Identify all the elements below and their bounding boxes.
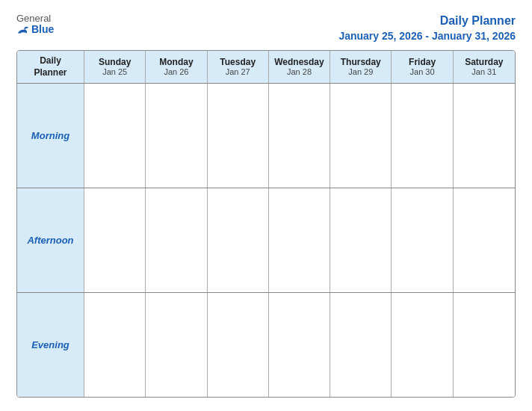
header-day-4-date: Jan 29 (348, 67, 373, 77)
header-day-1: Monday Jan 26 (146, 51, 207, 83)
afternoon-fri[interactable] (392, 188, 453, 292)
header-day-2-name: Tuesday (220, 57, 256, 67)
planner-date-range: January 25, 2026 - January 31, 2026 (338, 29, 516, 43)
evening-wed[interactable] (269, 293, 330, 397)
afternoon-label-cell: Afternoon (17, 188, 84, 292)
page: General Blue Daily Planner January 25, 2… (0, 0, 532, 411)
header-day-2: Tuesday Jan 27 (208, 51, 269, 83)
afternoon-sun[interactable] (84, 188, 146, 292)
morning-label: Morning (31, 130, 69, 141)
evening-tue[interactable] (208, 293, 269, 397)
planner-title: Daily Planner (338, 13, 516, 29)
morning-label-cell: Morning (17, 84, 84, 188)
afternoon-label: Afternoon (27, 235, 73, 246)
header-day-6-date: Jan 31 (471, 67, 496, 77)
calendar-header-row: Daily Planner Sunday Jan 25 Monday Jan 2… (17, 51, 515, 84)
header-day-6-name: Saturday (465, 57, 503, 67)
morning-fri[interactable] (392, 84, 453, 188)
morning-row: Morning (17, 84, 515, 188)
header-day-1-date: Jan 26 (164, 67, 188, 77)
calendar: Daily Planner Sunday Jan 25 Monday Jan 2… (16, 50, 516, 398)
header-day-0: Sunday Jan 25 (84, 51, 146, 83)
afternoon-tue[interactable] (208, 188, 269, 292)
header-day-5-name: Friday (409, 57, 436, 67)
morning-mon[interactable] (146, 84, 207, 188)
header-day-4-name: Thursday (341, 57, 381, 67)
header-day-6: Saturday Jan 31 (454, 51, 515, 83)
header-day-0-name: Sunday (99, 57, 131, 67)
evening-label-cell: Evening (17, 293, 84, 397)
header-day-0-date: Jan 25 (102, 67, 127, 77)
logo-blue-text: Blue (16, 24, 54, 35)
evening-mon[interactable] (146, 293, 207, 397)
afternoon-sat[interactable] (454, 188, 515, 292)
header-day-2-date: Jan 27 (226, 67, 250, 77)
header-label-cell: Daily Planner (17, 51, 84, 83)
logo-general-text: General (16, 13, 51, 24)
evening-fri[interactable] (392, 293, 453, 397)
morning-sat[interactable] (454, 84, 515, 188)
header: General Blue Daily Planner January 25, 2… (16, 13, 516, 43)
morning-thu[interactable] (330, 84, 392, 188)
logo-bird-icon (16, 25, 30, 35)
afternoon-mon[interactable] (146, 188, 207, 292)
header-day-1-name: Monday (159, 57, 193, 67)
header-col0-line2: Planner (34, 67, 66, 79)
logo-area: General Blue (16, 13, 54, 36)
evening-thu[interactable] (330, 293, 392, 397)
morning-sun[interactable] (84, 84, 146, 188)
header-day-5-date: Jan 30 (410, 67, 435, 77)
afternoon-wed[interactable] (269, 188, 330, 292)
header-day-5: Friday Jan 30 (392, 51, 453, 83)
header-day-3: Wednesday Jan 28 (269, 51, 330, 83)
evening-label: Evening (31, 339, 69, 350)
morning-tue[interactable] (208, 84, 269, 188)
title-area: Daily Planner January 25, 2026 - January… (338, 13, 516, 43)
calendar-body: Morning Afternoon (17, 84, 515, 397)
header-day-3-date: Jan 28 (287, 67, 312, 77)
header-col0-line1: Daily (40, 55, 61, 67)
morning-wed[interactable] (269, 84, 330, 188)
afternoon-thu[interactable] (330, 188, 392, 292)
header-day-3-name: Wednesday (274, 57, 324, 67)
header-day-4: Thursday Jan 29 (330, 51, 392, 83)
afternoon-row: Afternoon (17, 188, 515, 293)
evening-sat[interactable] (454, 293, 515, 397)
evening-sun[interactable] (84, 293, 146, 397)
evening-row: Evening (17, 293, 515, 397)
